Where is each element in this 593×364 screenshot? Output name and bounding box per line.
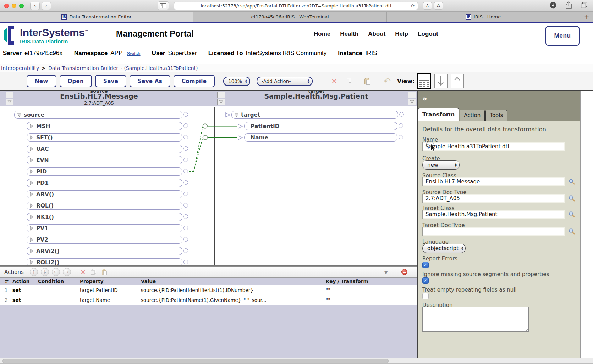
move-up-button[interactable]: ↑: [30, 268, 38, 276]
nav-about[interactable]: About: [368, 31, 385, 38]
view-maximize-bottom-button[interactable]: [434, 74, 448, 88]
expand-triangle-icon[interactable]: [225, 112, 231, 118]
source-segment-PID[interactable]: PID: [27, 167, 182, 176]
connector-port[interactable]: [183, 260, 188, 264]
new-button[interactable]: New: [27, 75, 56, 87]
expand-triangle-icon[interactable]: [29, 260, 34, 265]
connector-port[interactable]: [183, 169, 188, 173]
tab-webterminal[interactable]: ef179a45c96a:IRIS - WebTerminal: [193, 12, 387, 22]
tab-data-transformation-editor[interactable]: IR Data Transformation Editor: [0, 12, 193, 22]
source-segment-EVN[interactable]: EVN: [27, 156, 182, 164]
name-input[interactable]: Sample.Health.a31ToPatient.dtl: [422, 142, 565, 151]
collapse-panel-icon[interactable]: ▼: [384, 269, 388, 275]
zoom-window-button[interactable]: [19, 4, 24, 8]
description-textarea[interactable]: [422, 307, 529, 332]
paste-icon[interactable]: [364, 78, 370, 85]
tab-action[interactable]: Action: [460, 110, 485, 121]
report-errors-checkbox[interactable]: ✓: [422, 262, 429, 268]
connector-port[interactable]: [183, 135, 188, 139]
decrease-font-button[interactable]: A: [423, 2, 432, 10]
language-select[interactable]: objectscript ▲▼: [422, 244, 466, 253]
undo-icon[interactable]: ↶: [384, 76, 391, 86]
search-icon[interactable]: [569, 178, 576, 186]
source-segment-MSH[interactable]: MSH: [27, 122, 182, 130]
save-as-button[interactable]: Save As: [130, 75, 170, 87]
reload-icon[interactable]: ⟳: [411, 3, 415, 9]
menu-button[interactable]: Menu: [545, 26, 580, 46]
move-down-button[interactable]: ↓: [41, 268, 49, 276]
connector-port[interactable]: [183, 123, 188, 128]
outdent-button[interactable]: ←: [52, 268, 60, 276]
source-segment-PV2[interactable]: PV2: [27, 236, 182, 244]
action-row-1[interactable]: 1 set target.PatientID source.{PID:Patie…: [0, 285, 417, 295]
connector-port[interactable]: [399, 135, 403, 139]
connector-port[interactable]: [183, 192, 188, 196]
source-class-input[interactable]: EnsLib.HL7.Message: [422, 177, 565, 186]
expand-triangle-icon[interactable]: [29, 226, 34, 231]
nav-health[interactable]: Health: [340, 31, 358, 38]
source-doc-type-input[interactable]: 2.7:ADT_A05: [422, 194, 565, 203]
expand-triangle-icon[interactable]: [29, 123, 34, 129]
target-class-input[interactable]: Sample.Health.Msg.Patient: [422, 210, 565, 219]
save-button[interactable]: Save: [95, 75, 126, 87]
view-split-button[interactable]: [417, 73, 431, 89]
expand-triangle-icon[interactable]: [29, 214, 34, 220]
tab-iris-home[interactable]: IR IRIS - Home: [387, 12, 580, 22]
action-row-2[interactable]: 2 set target.Name source.{PID:PatientNam…: [0, 295, 417, 305]
source-segment-NK1[interactable]: NK1(): [27, 213, 182, 221]
remove-icon[interactable]: [401, 269, 407, 275]
target-property-Name[interactable]: Name: [244, 133, 397, 142]
back-button[interactable]: ‹: [30, 2, 40, 10]
connector-port[interactable]: [183, 248, 188, 253]
nav-help[interactable]: Help: [395, 31, 408, 38]
connector-port[interactable]: [183, 203, 188, 208]
tab-overview-icon[interactable]: [581, 2, 587, 10]
ignore-missing-checkbox[interactable]: ✓: [422, 277, 429, 284]
target-root-row[interactable]: target: [231, 111, 398, 119]
new-tab-button[interactable]: +: [580, 12, 593, 22]
minimize-window-button[interactable]: [12, 4, 16, 8]
source-segment-ROL[interactable]: ROL(): [27, 202, 182, 210]
search-icon[interactable]: [569, 195, 576, 202]
increase-font-button[interactable]: A: [434, 2, 443, 10]
forward-button[interactable]: ›: [42, 2, 51, 10]
close-window-button[interactable]: [4, 4, 9, 8]
search-icon[interactable]: [569, 228, 576, 235]
expand-triangle-icon[interactable]: [29, 192, 34, 197]
share-icon[interactable]: [566, 1, 572, 10]
connector-port[interactable]: [183, 214, 188, 219]
connector-port[interactable]: [183, 180, 188, 185]
source-segment-UAC[interactable]: UAC: [27, 145, 182, 153]
downloads-icon[interactable]: [550, 2, 556, 10]
copy-icon[interactable]: [345, 78, 351, 84]
treat-empty-checkbox[interactable]: [422, 293, 429, 299]
expand-triangle-icon[interactable]: [29, 237, 34, 242]
source-segment-SFT[interactable]: SFT(): [27, 133, 182, 142]
indent-button[interactable]: →: [63, 268, 71, 276]
horizontal-scrollbar[interactable]: [0, 358, 593, 364]
expand-triangle-icon[interactable]: [29, 180, 34, 186]
expand-triangle-icon[interactable]: [29, 248, 34, 254]
nav-home[interactable]: Home: [314, 31, 330, 38]
address-bar[interactable]: localhost:52773/csp/app/EnsPortal.DTLEdi…: [174, 2, 418, 10]
tab-tools[interactable]: Tools: [485, 110, 507, 121]
sidebar-toggle-icon[interactable]: [158, 1, 169, 10]
expand-triangle-icon[interactable]: [29, 158, 34, 163]
collapse-triangle-icon[interactable]: [234, 112, 239, 117]
create-select[interactable]: new ▲▼: [422, 160, 460, 170]
delete-action-icon[interactable]: ✕: [80, 268, 86, 276]
connector-port[interactable]: [183, 158, 188, 162]
expand-triangle-icon[interactable]: [29, 146, 34, 151]
copy-action-icon[interactable]: [91, 269, 96, 275]
target-doc-type-input[interactable]: [422, 227, 565, 236]
breadcrumb-root[interactable]: Interoperability: [1, 65, 39, 71]
collapse-chevron-icon[interactable]: »: [422, 94, 427, 103]
expand-triangle-icon[interactable]: [29, 135, 34, 140]
source-segment-ARVi2[interactable]: ARVi2(): [27, 247, 182, 255]
connector-port[interactable]: [183, 146, 188, 151]
search-icon[interactable]: [569, 211, 576, 218]
switch-link[interactable]: Switch: [127, 51, 140, 56]
resize-grip-icon[interactable]: [525, 327, 528, 331]
expand-triangle-icon[interactable]: [29, 169, 34, 174]
view-maximize-top-button[interactable]: [451, 74, 464, 88]
